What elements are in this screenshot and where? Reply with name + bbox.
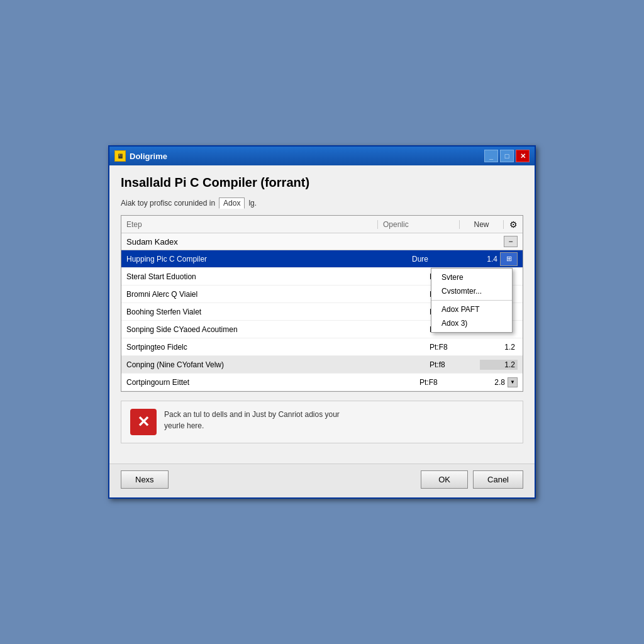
package-list-container: Etep Openlic New ⚙ Sudam Kadex − Hupping… xyxy=(121,215,523,392)
close-button[interactable]: ✕ xyxy=(516,150,530,162)
row-code: Dure xyxy=(412,255,462,264)
row-version: 1.2 xyxy=(480,343,518,352)
desc-prefix: Aiak toy profisc corunided in xyxy=(121,199,215,208)
row-name: Sortpingteo Fidelc xyxy=(126,343,430,352)
list-body: Hupping Pic C Compiler Dure 1.4 ⊞ Steral… xyxy=(121,250,523,391)
row-version: 2.8 xyxy=(470,378,508,387)
context-menu-item-adox3[interactable]: Adox 3) xyxy=(431,316,512,330)
header-settings-icon[interactable]: ⚙ xyxy=(504,219,523,230)
row-name: Bromni Alerc Q Viaiel xyxy=(126,290,430,299)
ok-button[interactable]: OK xyxy=(421,470,468,489)
sudam-expand-button[interactable]: − xyxy=(504,236,518,247)
nexs-button[interactable]: Nexs xyxy=(121,470,169,489)
row-name: Steral Start Eduotion xyxy=(126,272,430,281)
minimize-button[interactable]: _ xyxy=(484,150,498,162)
adox-tab[interactable]: Adox xyxy=(219,197,245,209)
row-version: 1.2 xyxy=(480,360,518,370)
row-name: Sonping Side CYaoed Acoutimen xyxy=(126,325,430,334)
bottom-buttons: Nexs OK Canel xyxy=(109,464,535,497)
maximize-button[interactable]: □ xyxy=(500,150,514,162)
col-etep-header: Etep xyxy=(121,220,378,229)
main-window: 🖥 Doligrime _ □ ✕ Insallald Pi C Compile… xyxy=(108,145,536,499)
table-row[interactable]: Conping (Nine CYofant Velw) Pt:f8 1.2 xyxy=(121,356,523,374)
sudam-label: Sudam Kadex xyxy=(126,237,178,247)
error-line2: yeurle here. xyxy=(164,421,204,430)
col-openlic-header: Openlic xyxy=(378,220,460,229)
x-icon: ✕ xyxy=(137,413,150,431)
error-line1: Pack an tul to dells and in Just by Canr… xyxy=(164,410,340,419)
description-line: Aiak toy profisc corunided in Adox lg. xyxy=(121,197,523,209)
title-bar-left: 🖥 Doligrime xyxy=(114,150,167,162)
title-buttons: _ □ ✕ xyxy=(484,150,530,162)
window-content: Insallald Pi C Compiler (forrant) Aiak t… xyxy=(109,165,535,464)
bottom-left: Nexs xyxy=(121,470,169,489)
desc-suffix: lg. xyxy=(248,199,257,208)
row-code: Pt:f8 xyxy=(430,360,480,369)
row-name: Cortpingourn Eittet xyxy=(126,378,419,387)
row-code: Pt:F8 xyxy=(430,343,480,352)
context-menu: Svtere Cvstomter... Adox PAFT Adox 3) xyxy=(431,268,513,333)
sudam-row: Sudam Kadex − xyxy=(121,233,523,250)
context-menu-divider xyxy=(431,300,512,301)
table-row[interactable]: Hupping Pic C Compiler Dure 1.4 ⊞ xyxy=(121,250,523,268)
error-icon: ✕ xyxy=(130,409,157,435)
app-icon-letter: 🖥 xyxy=(117,153,123,160)
row-name: Boohing Sterfen Vialet xyxy=(126,308,430,316)
context-menu-item-adox-paft[interactable]: Adox PAFT xyxy=(431,303,512,316)
list-header: Etep Openlic New ⚙ xyxy=(121,216,523,233)
scroll-down-arrow[interactable]: ▼ xyxy=(508,377,518,387)
row-code: Pt:F8 xyxy=(419,378,470,387)
bottom-right: OK Canel xyxy=(421,470,523,489)
cancel-button[interactable]: Canel xyxy=(473,470,523,489)
error-box: ✕ Pack an tul to dells and in Just by Ca… xyxy=(121,401,523,443)
error-text: Pack an tul to dells and in Just by Canr… xyxy=(164,409,340,431)
main-title: Insallald Pi C Compiler (forrant) xyxy=(121,175,523,190)
context-menu-item-svtere[interactable]: Svtere xyxy=(431,270,512,284)
row-action-button[interactable]: ⊞ xyxy=(500,252,518,266)
window-title: Doligrime xyxy=(130,152,167,161)
row-name: Conping (Nine CYofant Velw) xyxy=(126,360,430,369)
table-row[interactable]: Cortpingourn Eittet Pt:F8 2.8 ▼ xyxy=(121,374,523,391)
app-icon: 🖥 xyxy=(114,150,126,162)
context-menu-item-cvstomter[interactable]: Cvstomter... xyxy=(431,284,512,298)
col-new-header[interactable]: New xyxy=(460,220,504,229)
row-name: Hupping Pic C Compiler xyxy=(126,255,412,264)
table-row[interactable]: Sortpingteo Fidelc Pt:F8 1.2 xyxy=(121,338,523,356)
row-version: 1.4 xyxy=(462,255,500,264)
title-bar: 🖥 Doligrime _ □ ✕ xyxy=(109,147,535,165)
